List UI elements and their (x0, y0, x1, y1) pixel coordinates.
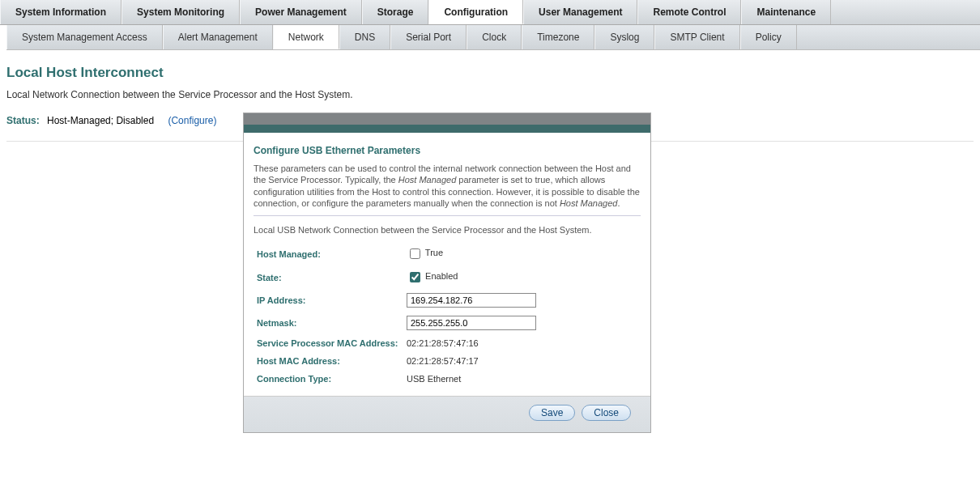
tab-maintenance[interactable]: Maintenance (741, 0, 831, 24)
status-value: Host-Managed; Disabled (47, 115, 154, 126)
tab-remote-control[interactable]: Remote Control (637, 0, 741, 24)
subtab-smtp-client[interactable]: SMTP Client (654, 25, 739, 49)
subtab-serial-port[interactable]: Serial Port (390, 25, 467, 49)
subtab-system-management-access[interactable]: System Management Access (6, 25, 163, 49)
primary-nav: System Information System Monitoring Pow… (0, 0, 980, 25)
tab-configuration[interactable]: Configuration (428, 0, 523, 24)
page-title: Local Host Interconnect (6, 65, 974, 81)
tab-system-monitoring[interactable]: System Monitoring (121, 0, 240, 24)
subtab-clock[interactable]: Clock (467, 25, 522, 49)
dialog-titlebar[interactable] (244, 113, 650, 125)
subtab-syslog[interactable]: Syslog (594, 25, 654, 49)
subtab-dns[interactable]: DNS (339, 25, 390, 49)
subtab-alert-management[interactable]: Alert Management (163, 25, 273, 49)
secondary-nav: System Management Access Alert Managemen… (6, 25, 980, 50)
tab-system-information[interactable]: System Information (0, 0, 121, 24)
subtab-network[interactable]: Network (273, 25, 339, 49)
subtab-timezone[interactable]: Timezone (522, 25, 594, 49)
tab-power-management[interactable]: Power Management (240, 0, 362, 24)
tab-storage[interactable]: Storage (362, 0, 429, 24)
configure-link[interactable]: (Configure) (168, 115, 216, 126)
subtab-policy[interactable]: Policy (740, 25, 797, 49)
status-label: Status: (6, 115, 40, 126)
tab-user-management[interactable]: User Management (523, 0, 637, 24)
dialog-body: Configure USB Ethernet Parameters These … (244, 134, 650, 142)
page-description: Local Network Connection between the Ser… (6, 89, 974, 100)
dialog-accent (244, 125, 650, 134)
configure-usb-dialog: Configure USB Ethernet Parameters These … (243, 113, 651, 142)
